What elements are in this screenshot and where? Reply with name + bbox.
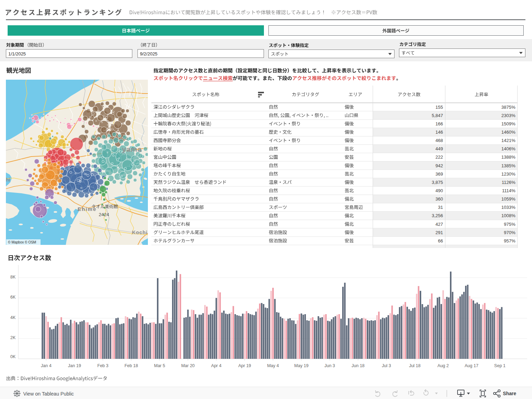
svg-text:360: 360 [435,196,443,202]
svg-text:5,847: 5,847 [432,113,443,118]
svg-text:1460%: 1460% [502,130,516,135]
svg-text:Ehime: Ehime [78,206,97,212]
svg-text:Feb 3: Feb 3 [97,363,108,368]
svg-text:957%: 957% [504,238,516,243]
svg-text:Sep 1: Sep 1 [494,363,506,368]
svg-text:Kochi: Kochi [132,230,148,235]
svg-text:490: 490 [435,188,443,193]
svg-text:Aug 2: Aug 2 [437,363,449,368]
svg-text:369: 369 [435,171,443,177]
svg-text:146: 146 [435,130,443,135]
svg-text:1421%: 1421% [502,138,516,143]
svg-text:1/1/2025: 1/1/2025 [8,51,26,56]
svg-text:1230%: 1230% [502,171,516,177]
svg-text:155: 155 [435,105,443,110]
svg-text:0K: 0K [10,354,16,359]
svg-text:2K: 2K [10,335,16,340]
svg-text:Feb 18: Feb 18 [124,363,138,368]
svg-text:3875%: 3875% [502,105,516,110]
svg-text:3,256: 3,256 [432,213,443,218]
svg-text:1126%: 1126% [502,180,515,185]
svg-text:1008%: 1008% [502,213,516,218]
svg-text:Jun 3: Jun 3 [325,363,335,368]
svg-text:1385%: 1385% [502,163,516,168]
svg-text:Aug 17: Aug 17 [464,363,478,368]
svg-text:449: 449 [435,146,443,151]
svg-text:Jan 19: Jan 19 [68,363,81,368]
svg-text:975%: 975% [504,222,516,227]
svg-text:1114%: 1114% [502,188,515,193]
svg-text:222: 222 [435,154,443,160]
svg-text:1509%: 1509% [502,121,516,126]
svg-text:942: 942 [435,163,443,168]
svg-text:2303%: 2303% [502,113,516,118]
svg-text:Apr 4: Apr 4 [211,363,222,368]
svg-text:1388%: 1388% [502,154,516,160]
svg-text:Apr 19: Apr 19 [238,363,251,368]
svg-text:Jun 18: Jun 18 [352,363,365,368]
svg-text:1033%: 1033% [502,205,516,210]
svg-text:166: 166 [435,121,443,126]
svg-text:Mar 5: Mar 5 [154,363,165,368]
svg-text:66: 66 [438,238,443,243]
svg-text:hi: hi [6,177,10,183]
svg-text:Jul 3: Jul 3 [382,363,391,368]
svg-text:1059%: 1059% [502,196,516,202]
svg-text:May 19: May 19 [294,363,309,368]
svg-text:9/2/2025: 9/2/2025 [140,51,158,56]
svg-text:970%: 970% [504,230,516,235]
svg-text:2424: 2424 [99,212,109,217]
svg-text:31: 31 [438,205,443,210]
svg-text:yama: yama [122,145,142,153]
svg-text:4K: 4K [10,315,16,320]
svg-text:3,875: 3,875 [432,180,443,185]
svg-text:Mar 20: Mar 20 [181,363,195,368]
svg-text:468: 468 [435,138,443,143]
svg-text:© Mapbox © OSM: © Mapbox © OSM [8,240,36,244]
svg-text:1406%: 1406% [502,146,516,151]
svg-text:View on Tableau Public: View on Tableau Public [23,391,74,397]
svg-text:Jul 18: Jul 18 [409,363,420,368]
svg-text:Share: Share [503,391,516,396]
svg-text:8K: 8K [10,275,16,280]
svg-text:291: 291 [435,230,443,235]
svg-text:Jan 4: Jan 4 [41,363,52,368]
svg-text:6K: 6K [10,295,16,300]
svg-text:May 4: May 4 [267,363,279,368]
svg-text:427: 427 [435,222,443,227]
